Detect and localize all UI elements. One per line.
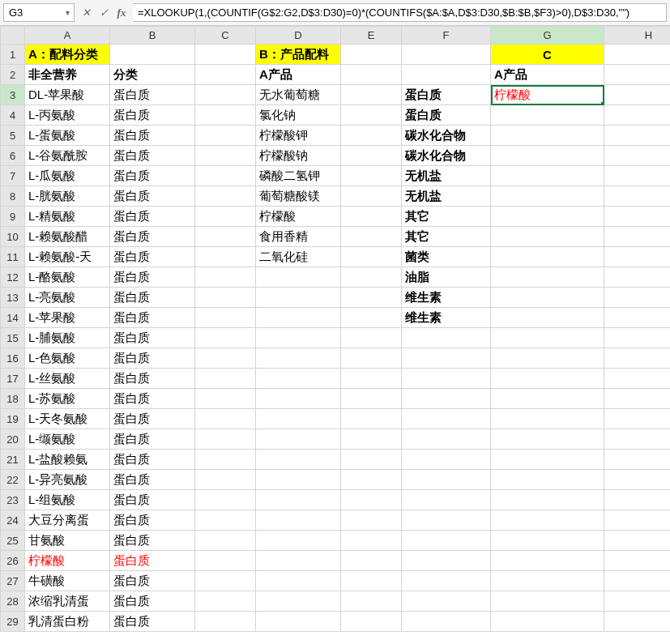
cell-D2[interactable]: A产品 xyxy=(256,65,341,85)
row-header[interactable]: 1 xyxy=(1,45,25,65)
cell-D3[interactable]: 无水葡萄糖 xyxy=(256,85,341,105)
cell-B7[interactable]: 蛋白质 xyxy=(110,166,195,186)
cell-B24[interactable]: 蛋白质 xyxy=(110,510,195,531)
cell-D20[interactable] xyxy=(256,429,341,450)
accept-icon[interactable]: ✓ xyxy=(96,6,112,19)
cell-F3[interactable]: 蛋白质 xyxy=(402,85,491,105)
cell-D12[interactable] xyxy=(256,267,341,288)
cell-B1[interactable] xyxy=(110,45,195,65)
cell-D21[interactable] xyxy=(256,450,341,470)
cell-F14[interactable]: 维生素 xyxy=(402,308,491,328)
row-header[interactable]: 12 xyxy=(1,267,25,288)
cell-G10[interactable] xyxy=(491,227,604,247)
cell-G1[interactable]: C xyxy=(491,45,604,65)
cell-E16[interactable] xyxy=(341,348,402,369)
cell-C16[interactable] xyxy=(195,348,256,369)
cell-G20[interactable] xyxy=(491,429,604,450)
row-header[interactable]: 24 xyxy=(1,510,25,531)
col-header-F[interactable]: F xyxy=(402,27,491,45)
cell-G7[interactable] xyxy=(491,166,604,186)
cell-D14[interactable] xyxy=(256,308,341,328)
cell-D28[interactable] xyxy=(256,591,341,612)
cell-B10[interactable]: 蛋白质 xyxy=(110,227,195,247)
row-header[interactable]: 29 xyxy=(1,612,25,632)
cell-G3[interactable]: 柠檬酸 xyxy=(491,85,604,105)
cell-G2[interactable]: A产品 xyxy=(491,65,604,85)
row-header[interactable]: 10 xyxy=(1,227,25,247)
cell-H15[interactable] xyxy=(604,328,671,348)
row-header[interactable]: 19 xyxy=(1,409,25,429)
cell-D9[interactable]: 柠檬酸 xyxy=(256,207,341,227)
cell-A6[interactable]: L-谷氨酰胺 xyxy=(25,146,110,166)
cell-G22[interactable] xyxy=(491,470,604,490)
cell-C11[interactable] xyxy=(195,247,256,267)
cell-H8[interactable] xyxy=(604,186,671,207)
row-header[interactable]: 15 xyxy=(1,328,25,348)
row-header[interactable]: 18 xyxy=(1,389,25,409)
cell-B23[interactable]: 蛋白质 xyxy=(110,490,195,510)
cell-E17[interactable] xyxy=(341,369,402,389)
cell-E8[interactable] xyxy=(341,186,402,207)
cell-C10[interactable] xyxy=(195,227,256,247)
cell-E3[interactable] xyxy=(341,85,402,105)
cell-H3[interactable] xyxy=(604,85,671,105)
cell-G12[interactable] xyxy=(491,267,604,288)
row-header[interactable]: 21 xyxy=(1,450,25,470)
cell-G14[interactable] xyxy=(491,308,604,328)
cell-H19[interactable] xyxy=(604,409,671,429)
cell-E13[interactable] xyxy=(341,288,402,308)
cell-E27[interactable] xyxy=(341,571,402,591)
cell-F17[interactable] xyxy=(402,369,491,389)
cell-G27[interactable] xyxy=(491,571,604,591)
cell-C14[interactable] xyxy=(195,308,256,328)
cell-B12[interactable]: 蛋白质 xyxy=(110,267,195,288)
cell-A19[interactable]: L-天冬氨酸 xyxy=(25,409,110,429)
name-box-dropdown-icon[interactable]: ▾ xyxy=(61,8,74,17)
cell-C1[interactable] xyxy=(195,45,256,65)
cell-H24[interactable] xyxy=(604,510,671,531)
cell-E12[interactable] xyxy=(341,267,402,288)
cell-E22[interactable] xyxy=(341,470,402,490)
cell-E19[interactable] xyxy=(341,409,402,429)
cell-A18[interactable]: L-苏氨酸 xyxy=(25,389,110,409)
cell-C20[interactable] xyxy=(195,429,256,450)
cell-H12[interactable] xyxy=(604,267,671,288)
cell-E25[interactable] xyxy=(341,531,402,551)
cell-G5[interactable] xyxy=(491,126,604,146)
cell-C28[interactable] xyxy=(195,591,256,612)
cell-A21[interactable]: L-盐酸赖氨 xyxy=(25,450,110,470)
cell-A23[interactable]: L-组氨酸 xyxy=(25,490,110,510)
cell-D4[interactable]: 氯化钠 xyxy=(256,105,341,126)
cell-E2[interactable] xyxy=(341,65,402,85)
cell-H2[interactable] xyxy=(604,65,671,85)
cell-E20[interactable] xyxy=(341,429,402,450)
cell-F22[interactable] xyxy=(402,470,491,490)
cell-F23[interactable] xyxy=(402,490,491,510)
cell-A24[interactable]: 大豆分离蛋 xyxy=(25,510,110,531)
col-header-B[interactable]: B xyxy=(110,27,195,45)
cell-D24[interactable] xyxy=(256,510,341,531)
cell-G17[interactable] xyxy=(491,369,604,389)
cell-G19[interactable] xyxy=(491,409,604,429)
formula-input[interactable] xyxy=(133,3,667,22)
cell-B28[interactable]: 蛋白质 xyxy=(110,591,195,612)
cell-A8[interactable]: L-胱氨酸 xyxy=(25,186,110,207)
cell-F26[interactable] xyxy=(402,551,491,571)
cell-E29[interactable] xyxy=(341,612,402,632)
row-header[interactable]: 11 xyxy=(1,247,25,267)
cell-G4[interactable] xyxy=(491,105,604,126)
cell-E7[interactable] xyxy=(341,166,402,186)
cell-B15[interactable]: 蛋白质 xyxy=(110,328,195,348)
cell-H1[interactable] xyxy=(604,45,671,65)
cell-D16[interactable] xyxy=(256,348,341,369)
cell-B11[interactable]: 蛋白质 xyxy=(110,247,195,267)
cell-G16[interactable] xyxy=(491,348,604,369)
row-header[interactable]: 6 xyxy=(1,146,25,166)
cell-H14[interactable] xyxy=(604,308,671,328)
cell-D6[interactable]: 柠檬酸钠 xyxy=(256,146,341,166)
cell-D27[interactable] xyxy=(256,571,341,591)
cell-G13[interactable] xyxy=(491,288,604,308)
cell-C15[interactable] xyxy=(195,328,256,348)
cell-F4[interactable]: 蛋白质 xyxy=(402,105,491,126)
cell-B14[interactable]: 蛋白质 xyxy=(110,308,195,328)
